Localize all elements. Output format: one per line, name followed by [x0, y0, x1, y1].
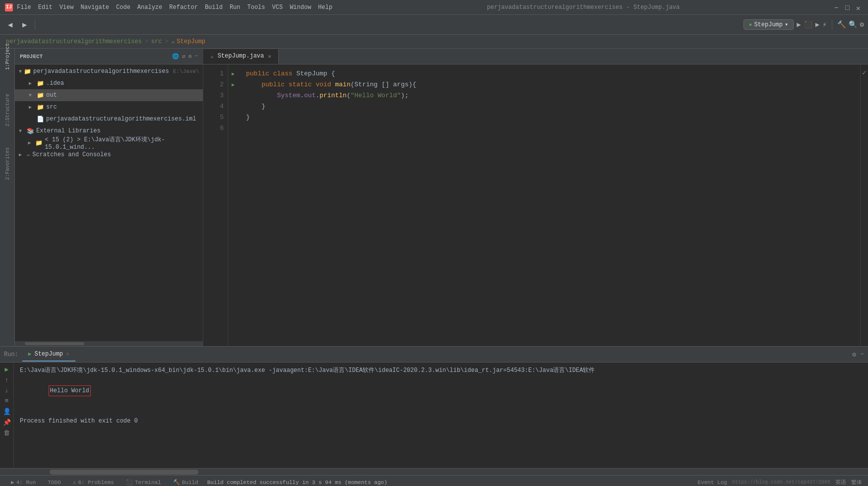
idea-folder-icon: 📁 — [37, 80, 44, 87]
out-arrow: ▼ — [29, 93, 35, 98]
activity-structure[interactable]: 2:Structure — [1, 104, 13, 116]
sidebar-content: ▼ 📁 perjavadatastructurealgorithmexercis… — [15, 64, 203, 341]
menu-view[interactable]: View — [60, 4, 74, 11]
sidebar-sync-icon[interactable]: ⇄ — [182, 53, 186, 60]
run-config-name: StepJump — [754, 21, 783, 28]
activity-favorites[interactable]: 2:Favorites — [1, 158, 13, 170]
status-tab-run[interactable]: ▶ 4: Run — [6, 476, 41, 486]
forward-button[interactable]: ▶ — [18, 18, 31, 31]
status-tab-terminal[interactable]: ⬛ Terminal — [121, 476, 166, 486]
run-config-selector[interactable]: ● StepJump ▾ — [744, 19, 794, 30]
back-button[interactable]: ◀ — [4, 18, 16, 31]
tree-item-src[interactable]: ▶ 📁 src — [15, 101, 203, 113]
users-button[interactable]: 👤 — [3, 408, 11, 416]
ln-2: 2 — [203, 79, 224, 90]
toolbar-right: ● StepJump ▾ ▶ ⬛ ▶ ⚡ 🔨 🔍 ⚙ — [744, 19, 864, 30]
activity-project[interactable]: 1:Project — [1, 51, 13, 62]
menu-refactor[interactable]: Refactor — [169, 4, 198, 11]
editor-tab-stepjump[interactable]: ☕ StepJump.java ✕ — [203, 49, 279, 64]
toolbar: ◀ ▶ ● StepJump ▾ ▶ ⬛ ▶ ⚡ 🔨 🔍 ⚙ — [0, 15, 868, 35]
sidebar-settings-icon[interactable]: ⚙ — [188, 53, 192, 60]
coverage-button[interactable]: ▶ — [815, 20, 819, 29]
iml-label: perjavadatastructurealgorithmexercises.i… — [46, 116, 196, 122]
settings-button[interactable]: ⚙ — [860, 20, 864, 29]
maximize-button[interactable]: □ — [845, 4, 852, 11]
root-label: perjavadatastructurealgorithmexercises — [33, 68, 169, 75]
sidebar-icons[interactable]: 🌐 ⇄ ⚙ − — [172, 53, 198, 60]
menu-edit[interactable]: Edit — [38, 4, 53, 11]
tree-item-jdk[interactable]: ▶ 📁 < 15 (2) > E:\Java语言\JDK环境\jdk-15.0.… — [15, 137, 203, 149]
breadcrumb-project[interactable]: perjavadatastructurealgorithmexercises — [6, 38, 142, 45]
menu-vcs[interactable]: VCS — [272, 4, 283, 11]
menu-run[interactable]: Run — [230, 4, 241, 11]
sidebar-minimize-icon[interactable]: − — [194, 53, 198, 60]
status-tabs: ▶ 4: Run TODO ⚠ 6: Problems ⬛ Terminal 🔨… — [6, 476, 203, 486]
wrap-button[interactable]: ≡ — [5, 397, 9, 405]
java-file-icon: ☕ — [210, 53, 214, 60]
run-indicator-2[interactable]: ▶ — [228, 79, 238, 90]
tab-close-button[interactable]: ✕ — [268, 53, 271, 60]
ext-libs-arrow: ▼ — [19, 128, 25, 134]
src-label: src — [46, 104, 57, 111]
event-log-label[interactable]: Event Log — [698, 480, 727, 486]
bottom-tab-stepjump[interactable]: ▶ StepJump ✕ — [22, 348, 75, 362]
code-editor[interactable]: public class StepJump { public static vo… — [238, 64, 860, 346]
profile-button[interactable]: ⚡ — [822, 20, 826, 29]
window-title: perjavadatastructurealgorithmexercises -… — [332, 4, 834, 11]
menu-help[interactable]: Help — [318, 4, 332, 11]
tree-item-iml[interactable]: ▶ 📄 perjavadatastructurealgorithmexercis… — [15, 113, 203, 125]
run-label-prefix: Run: — [4, 351, 18, 358]
scroll-down-button[interactable]: ↓ — [5, 387, 9, 394]
trash-button[interactable]: 🗑 — [3, 429, 10, 437]
close-button[interactable]: ✕ — [856, 4, 863, 11]
root-path: E:\Java\ — [173, 68, 199, 74]
scroll-up-button[interactable]: ↑ — [5, 376, 9, 384]
menu-window[interactable]: Window — [290, 4, 311, 11]
pin-button[interactable]: 📌 — [3, 419, 11, 426]
bottom-scrollbar-thumb[interactable] — [50, 470, 198, 475]
run-indicator-5 — [228, 112, 238, 123]
status-tab-build[interactable]: 🔨 Build — [168, 476, 203, 486]
tree-item-out[interactable]: ▼ 📁 out — [15, 89, 203, 101]
menu-navigate[interactable]: Navigate — [80, 4, 109, 11]
terminal-icon: ⬛ — [126, 479, 133, 486]
sidebar-scrollbar[interactable] — [15, 341, 203, 346]
search-everywhere-button[interactable]: 🔍 — [849, 20, 857, 29]
minimize-button[interactable]: − — [834, 4, 841, 11]
build-icon: 🔨 — [173, 479, 180, 486]
bottom-panel-icons[interactable]: ⚙ − — [852, 351, 864, 359]
menu-tools[interactable]: Tools — [248, 4, 265, 11]
root-folder-icon: 📁 — [24, 68, 31, 75]
build-button[interactable]: 🔨 — [837, 20, 846, 29]
tree-item-idea[interactable]: ▶ 📁 .idea — [15, 77, 203, 89]
status-tab-todo[interactable]: TODO — [43, 476, 65, 486]
editor-right-margin: ✓ — [860, 64, 868, 346]
menu-bar[interactable]: File Edit View Navigate Code Analyze Ref… — [17, 4, 332, 11]
breadcrumb-src[interactable]: src — [151, 38, 162, 45]
window-controls[interactable]: − □ ✕ — [834, 4, 863, 11]
sidebar-scrollbar-thumb[interactable] — [25, 342, 84, 345]
run-tab-close[interactable]: ✕ — [66, 351, 69, 357]
run-config-dropdown-icon[interactable]: ▾ — [785, 21, 788, 28]
ln-4: 4 — [203, 101, 224, 112]
debug-button[interactable]: ⬛ — [804, 20, 812, 29]
tree-item-scratches[interactable]: ▶ ✏ Scratches and Consoles — [15, 149, 203, 161]
terminal-status-label: Terminal — [135, 480, 161, 486]
menu-analyze[interactable]: Analyze — [137, 4, 162, 11]
panel-settings-icon[interactable]: ⚙ — [852, 351, 856, 359]
menu-file[interactable]: File — [17, 4, 31, 11]
menu-build[interactable]: Build — [205, 4, 223, 11]
menu-code[interactable]: Code — [116, 4, 130, 11]
run-button[interactable]: ▶ — [797, 20, 801, 29]
sidebar-globe-icon[interactable]: 🌐 — [172, 53, 179, 60]
tree-root[interactable]: ▼ 📁 perjavadatastructurealgorithmexercis… — [15, 65, 203, 77]
panel-close-icon[interactable]: − — [860, 351, 864, 359]
scratches-label: Scratches and Consoles — [32, 151, 111, 158]
run-indicator-1[interactable]: ▶ — [228, 68, 238, 79]
line-numbers: 1 2 3 4 5 6 — [203, 64, 228, 346]
bottom-scrollbar[interactable] — [0, 468, 868, 475]
code-line-1: public class StepJump { — [246, 68, 852, 79]
run-restart-button[interactable]: ▶ — [5, 365, 9, 373]
toolbar-separator-1 — [35, 20, 35, 30]
status-tab-problems[interactable]: ⚠ 6: Problems — [68, 476, 119, 486]
